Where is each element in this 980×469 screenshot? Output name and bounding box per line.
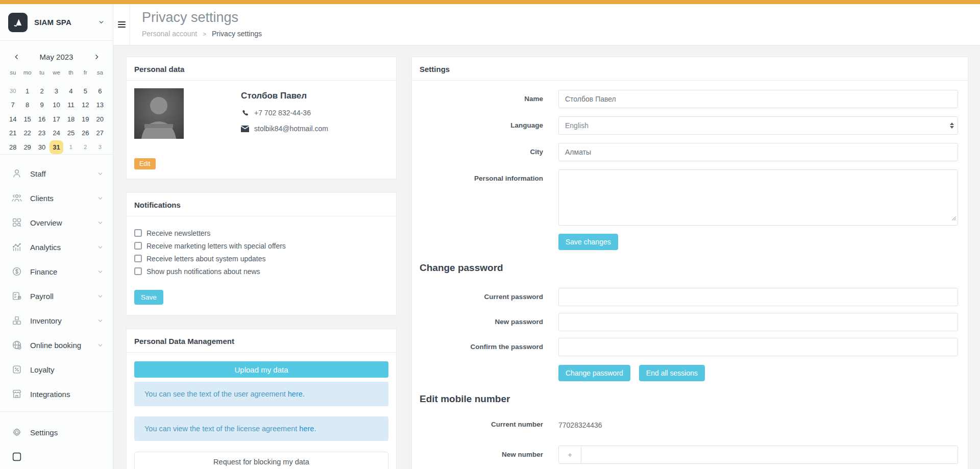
end-all-sessions-button[interactable]: End all sessions [639, 365, 705, 381]
sidebar-item-analytics[interactable]: Analytics [0, 235, 113, 259]
calendar-day[interactable]: 1 [20, 84, 34, 98]
calendar-prev-icon[interactable] [11, 51, 22, 62]
new-number-input[interactable] [581, 446, 958, 463]
calendar-day-selected[interactable]: 31 [49, 140, 63, 154]
sidebar-item-online-booking[interactable]: Online booking [0, 333, 113, 357]
calendar-day[interactable]: 12 [78, 98, 92, 112]
calendar-day[interactable]: 3 [93, 140, 107, 154]
calendar-day[interactable]: 29 [20, 140, 34, 154]
change-password-button[interactable]: Change password [558, 365, 630, 381]
calendar-day[interactable]: 7 [6, 98, 20, 112]
calendar-day[interactable]: 14 [6, 112, 20, 126]
checkbox[interactable] [134, 242, 142, 250]
calendar-day[interactable]: 10 [49, 98, 63, 112]
calendar-day[interactable]: 23 [35, 126, 49, 140]
inventory-boxes-icon [11, 315, 23, 326]
brand-name: SIAM SPA [34, 18, 71, 27]
sidebar-item-inventory[interactable]: Inventory [0, 308, 113, 333]
calendar-day[interactable]: 24 [49, 126, 63, 140]
gear-icon [11, 427, 23, 438]
chevron-down-icon [97, 293, 104, 300]
calendar-day[interactable]: 2 [35, 84, 49, 98]
sidebar-item-label: Payroll [30, 292, 54, 301]
sidebar-item-clients[interactable]: Clients [0, 186, 113, 210]
notification-option[interactable]: Receive newsletters [134, 227, 388, 239]
profile-name: Столбов Павел [241, 91, 328, 101]
checkbox[interactable] [134, 267, 142, 275]
checkbox[interactable] [134, 229, 142, 237]
edit-button[interactable]: Edit [134, 158, 156, 169]
profile-email: stolbik84@hotmail.com [254, 125, 328, 133]
block-data-request-button[interactable]: Request for blocking my data [134, 452, 388, 469]
calendar-day[interactable]: 21 [6, 126, 20, 140]
chevron-down-icon [97, 219, 104, 226]
sidebar-menu: StaffClientsOverviewAnalyticsFinancePayr… [0, 155, 113, 406]
new-password-input[interactable] [558, 313, 958, 331]
calendar-day[interactable]: 6 [93, 84, 107, 98]
calendar-day[interactable]: 25 [64, 126, 78, 140]
sidebar-item-settings[interactable]: Settings [0, 420, 113, 445]
language-select[interactable]: English [558, 116, 958, 135]
city-input[interactable] [558, 143, 958, 161]
license-agreement-link[interactable]: here. [299, 425, 316, 433]
calendar-day[interactable]: 4 [64, 84, 78, 98]
sidebar-item-label: Analytics [30, 243, 61, 252]
confirm-password-input[interactable] [558, 338, 958, 356]
calendar-day[interactable]: 26 [78, 126, 92, 140]
calendar-day[interactable]: 13 [93, 98, 107, 112]
calendar-day[interactable]: 27 [93, 126, 107, 140]
calendar-day-number: 12 [79, 98, 92, 112]
calendar-day[interactable]: 30 [6, 84, 20, 98]
current-password-input[interactable] [558, 288, 958, 306]
calendar-day-number: 28 [6, 140, 20, 154]
checkbox[interactable] [134, 255, 142, 262]
upload-my-data-button[interactable]: Upload my data [134, 361, 388, 378]
calendar-day[interactable]: 19 [78, 112, 92, 126]
menu-toggle-button[interactable] [113, 4, 130, 45]
personal-information-textarea[interactable] [558, 169, 958, 226]
sidebar-item-payroll[interactable]: Payroll [0, 284, 113, 308]
notification-option[interactable]: Receive marketing letters with special o… [134, 239, 388, 252]
page-title: Privacy settings [142, 10, 262, 26]
brand-switcher[interactable]: SIAM SPA [0, 4, 113, 41]
calendar-day-number: 29 [20, 140, 34, 154]
calendar-day[interactable]: 16 [35, 112, 49, 126]
notifications-save-button[interactable]: Save [134, 290, 163, 305]
notification-option[interactable]: Show push notifications about news [134, 265, 388, 278]
calendar-day[interactable]: 30 [35, 140, 49, 154]
name-input[interactable] [558, 90, 958, 108]
calendar-day-number: 11 [64, 98, 78, 112]
user-agreement-link[interactable]: here. [288, 390, 305, 398]
sidebar-item-staff[interactable]: Staff [0, 161, 113, 186]
calendar-day-number: 4 [64, 84, 78, 98]
calendar-day[interactable]: 11 [64, 98, 78, 112]
notification-option-label: Receive marketing letters with special o… [146, 242, 286, 250]
calendar-next-icon[interactable] [91, 51, 102, 62]
calendar-day[interactable]: 18 [64, 112, 78, 126]
sidebar-item-loyalty[interactable]: Loyalty [0, 357, 113, 382]
sidebar: SIAM SPA May 2023 sumotuwethfrsa 3012345… [0, 4, 113, 469]
calendar-day-number: 30 [6, 84, 20, 98]
calendar-weekday: fr [78, 69, 92, 78]
sidebar-item-overview[interactable]: Overview [0, 210, 113, 235]
calendar-day[interactable]: 3 [49, 84, 63, 98]
sidebar-item-integrations[interactable]: Integrations [0, 382, 113, 406]
profile-photo [134, 88, 184, 139]
calendar-day[interactable]: 2 [78, 140, 92, 154]
sidebar-item-partial-app-icon[interactable] [0, 445, 113, 469]
calendar-day[interactable]: 8 [20, 98, 34, 112]
breadcrumb-personal-account[interactable]: Personal account [142, 30, 197, 38]
calendar-day[interactable]: 9 [35, 98, 49, 112]
analytics-chart-icon [11, 241, 23, 253]
calendar-day[interactable]: 22 [20, 126, 34, 140]
sidebar-item-finance[interactable]: Finance [0, 259, 113, 284]
calendar-day[interactable]: 5 [78, 84, 92, 98]
save-changes-button[interactable]: Save changes [558, 234, 618, 250]
calendar-day[interactable]: 20 [93, 112, 107, 126]
new-password-label: New password [420, 313, 543, 331]
notification-option[interactable]: Receive letters about system updates [134, 252, 388, 265]
calendar-day[interactable]: 15 [20, 112, 34, 126]
calendar-day[interactable]: 17 [49, 112, 63, 126]
calendar-day[interactable]: 28 [6, 140, 20, 154]
calendar-day[interactable]: 1 [64, 140, 78, 154]
